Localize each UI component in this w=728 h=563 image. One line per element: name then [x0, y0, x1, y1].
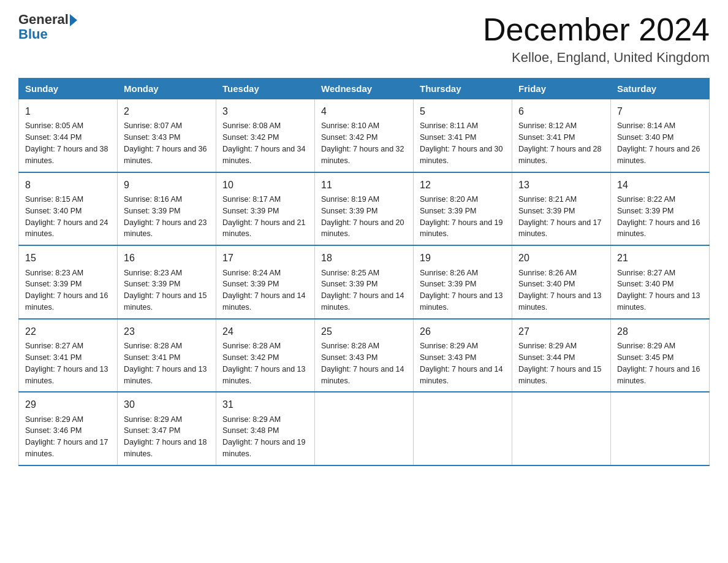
day-number: 3: [222, 104, 308, 118]
calendar-day-cell: 22Sunrise: 8:27 AMSunset: 3:41 PMDayligh…: [19, 319, 118, 393]
day-info: Sunrise: 8:08 AMSunset: 3:42 PMDaylight:…: [222, 121, 306, 165]
day-info: Sunrise: 8:21 AMSunset: 3:39 PMDaylight:…: [518, 195, 602, 239]
calendar-day-cell: 10Sunrise: 8:17 AMSunset: 3:39 PMDayligh…: [216, 172, 315, 246]
day-info: Sunrise: 8:10 AMSunset: 3:42 PMDaylight:…: [321, 121, 404, 165]
day-number: 29: [25, 397, 111, 412]
day-number: 25: [321, 324, 407, 339]
day-info: Sunrise: 8:14 AMSunset: 3:40 PMDaylight:…: [617, 121, 700, 165]
calendar-day-cell: 13Sunrise: 8:21 AMSunset: 3:39 PMDayligh…: [512, 172, 611, 246]
calendar-week-row: 1Sunrise: 8:05 AMSunset: 3:44 PMDaylight…: [19, 99, 710, 172]
day-number: 11: [321, 178, 407, 192]
calendar-day-cell: 7Sunrise: 8:14 AMSunset: 3:40 PMDaylight…: [611, 99, 710, 172]
day-info: Sunrise: 8:27 AMSunset: 3:40 PMDaylight:…: [617, 269, 700, 312]
calendar-day-cell: 9Sunrise: 8:16 AMSunset: 3:39 PMDaylight…: [118, 172, 216, 246]
calendar-day-cell: 2Sunrise: 8:07 AMSunset: 3:43 PMDaylight…: [118, 99, 216, 172]
day-info: Sunrise: 8:29 AMSunset: 3:47 PMDaylight:…: [124, 415, 207, 459]
calendar-day-cell: 30Sunrise: 8:29 AMSunset: 3:47 PMDayligh…: [118, 392, 216, 465]
calendar-day-cell: 27Sunrise: 8:29 AMSunset: 3:44 PMDayligh…: [512, 319, 611, 393]
logo-arrow-icon: [70, 14, 77, 26]
day-number: 31: [222, 397, 308, 412]
day-number: 10: [222, 178, 308, 192]
page-header: General Blue December 2024 Kelloe, Engla…: [18, 12, 710, 66]
day-info: Sunrise: 8:16 AMSunset: 3:39 PMDaylight:…: [124, 195, 207, 239]
day-info: Sunrise: 8:26 AMSunset: 3:40 PMDaylight:…: [518, 269, 602, 312]
calendar-day-cell: 18Sunrise: 8:25 AMSunset: 3:39 PMDayligh…: [315, 245, 414, 319]
day-info: Sunrise: 8:28 AMSunset: 3:43 PMDaylight:…: [321, 342, 404, 385]
calendar-day-cell: 14Sunrise: 8:22 AMSunset: 3:39 PMDayligh…: [611, 172, 710, 246]
col-header-saturday: Saturday: [611, 79, 710, 99]
calendar-day-cell: 19Sunrise: 8:26 AMSunset: 3:39 PMDayligh…: [414, 245, 512, 319]
calendar-day-cell: [414, 392, 512, 465]
calendar-day-cell: 1Sunrise: 8:05 AMSunset: 3:44 PMDaylight…: [19, 99, 118, 172]
calendar-day-cell: 28Sunrise: 8:29 AMSunset: 3:45 PMDayligh…: [611, 319, 710, 393]
calendar-day-cell: [611, 392, 710, 465]
calendar-header-row: SundayMondayTuesdayWednesdayThursdayFrid…: [19, 79, 710, 99]
calendar-day-cell: 11Sunrise: 8:19 AMSunset: 3:39 PMDayligh…: [315, 172, 414, 246]
day-info: Sunrise: 8:28 AMSunset: 3:42 PMDaylight:…: [222, 342, 306, 385]
calendar-day-cell: 21Sunrise: 8:27 AMSunset: 3:40 PMDayligh…: [611, 245, 710, 319]
day-info: Sunrise: 8:29 AMSunset: 3:46 PMDaylight:…: [25, 415, 108, 459]
day-info: Sunrise: 8:19 AMSunset: 3:39 PMDaylight:…: [321, 195, 404, 239]
day-number: 24: [222, 324, 308, 339]
day-number: 8: [25, 178, 111, 192]
calendar-week-row: 15Sunrise: 8:23 AMSunset: 3:39 PMDayligh…: [19, 245, 710, 319]
col-header-friday: Friday: [512, 79, 611, 99]
title-section: December 2024 Kelloe, England, United Ki…: [483, 12, 710, 66]
day-info: Sunrise: 8:12 AMSunset: 3:41 PMDaylight:…: [518, 121, 602, 165]
calendar-day-cell: 6Sunrise: 8:12 AMSunset: 3:41 PMDaylight…: [512, 99, 611, 172]
day-info: Sunrise: 8:29 AMSunset: 3:44 PMDaylight:…: [518, 342, 602, 385]
day-info: Sunrise: 8:11 AMSunset: 3:41 PMDaylight:…: [420, 121, 503, 165]
calendar-day-cell: 20Sunrise: 8:26 AMSunset: 3:40 PMDayligh…: [512, 245, 611, 319]
calendar-day-cell: 26Sunrise: 8:29 AMSunset: 3:43 PMDayligh…: [414, 319, 512, 393]
calendar-day-cell: 15Sunrise: 8:23 AMSunset: 3:39 PMDayligh…: [19, 245, 118, 319]
day-number: 20: [518, 251, 604, 265]
calendar-week-row: 8Sunrise: 8:15 AMSunset: 3:40 PMDaylight…: [19, 172, 710, 246]
calendar-day-cell: 25Sunrise: 8:28 AMSunset: 3:43 PMDayligh…: [315, 319, 414, 393]
day-number: 23: [124, 324, 210, 339]
calendar-day-cell: [315, 392, 414, 465]
day-info: Sunrise: 8:23 AMSunset: 3:39 PMDaylight:…: [25, 269, 108, 312]
col-header-monday: Monday: [118, 79, 216, 99]
day-info: Sunrise: 8:25 AMSunset: 3:39 PMDaylight:…: [321, 269, 404, 312]
logo-general: General: [18, 12, 69, 27]
calendar-day-cell: 3Sunrise: 8:08 AMSunset: 3:42 PMDaylight…: [216, 99, 315, 172]
day-number: 2: [124, 104, 210, 118]
col-header-wednesday: Wednesday: [315, 79, 414, 99]
calendar-day-cell: 23Sunrise: 8:28 AMSunset: 3:41 PMDayligh…: [118, 319, 216, 393]
logo: General Blue: [18, 12, 77, 42]
col-header-sunday: Sunday: [19, 79, 118, 99]
day-info: Sunrise: 8:29 AMSunset: 3:48 PMDaylight:…: [222, 415, 306, 459]
day-number: 6: [518, 104, 604, 118]
day-info: Sunrise: 8:22 AMSunset: 3:39 PMDaylight:…: [617, 195, 700, 239]
day-number: 21: [617, 251, 703, 265]
day-number: 15: [25, 251, 111, 265]
day-info: Sunrise: 8:28 AMSunset: 3:41 PMDaylight:…: [124, 342, 207, 385]
calendar-day-cell: 12Sunrise: 8:20 AMSunset: 3:39 PMDayligh…: [414, 172, 512, 246]
day-number: 9: [124, 178, 210, 192]
day-number: 1: [25, 104, 111, 118]
col-header-tuesday: Tuesday: [216, 79, 315, 99]
day-number: 12: [420, 178, 506, 192]
day-info: Sunrise: 8:24 AMSunset: 3:39 PMDaylight:…: [222, 269, 306, 312]
day-number: 22: [25, 324, 111, 339]
logo-blue-text: Blue: [18, 26, 48, 42]
day-number: 7: [617, 104, 703, 118]
day-info: Sunrise: 8:29 AMSunset: 3:43 PMDaylight:…: [420, 342, 503, 385]
calendar-table: SundayMondayTuesdayWednesdayThursdayFrid…: [18, 78, 710, 466]
day-number: 28: [617, 324, 703, 339]
day-number: 5: [420, 104, 506, 118]
day-info: Sunrise: 8:20 AMSunset: 3:39 PMDaylight:…: [420, 195, 503, 239]
day-info: Sunrise: 8:27 AMSunset: 3:41 PMDaylight:…: [25, 342, 108, 385]
calendar-day-cell: 31Sunrise: 8:29 AMSunset: 3:48 PMDayligh…: [216, 392, 315, 465]
day-info: Sunrise: 8:29 AMSunset: 3:45 PMDaylight:…: [617, 342, 700, 385]
day-number: 27: [518, 324, 604, 339]
calendar-day-cell: 4Sunrise: 8:10 AMSunset: 3:42 PMDaylight…: [315, 99, 414, 172]
day-number: 16: [124, 251, 210, 265]
day-number: 30: [124, 397, 210, 412]
day-info: Sunrise: 8:15 AMSunset: 3:40 PMDaylight:…: [25, 195, 108, 239]
day-info: Sunrise: 8:05 AMSunset: 3:44 PMDaylight:…: [25, 121, 108, 165]
day-info: Sunrise: 8:26 AMSunset: 3:39 PMDaylight:…: [420, 269, 503, 312]
day-info: Sunrise: 8:07 AMSunset: 3:43 PMDaylight:…: [124, 121, 207, 165]
calendar-day-cell: 5Sunrise: 8:11 AMSunset: 3:41 PMDaylight…: [414, 99, 512, 172]
calendar-week-row: 29Sunrise: 8:29 AMSunset: 3:46 PMDayligh…: [19, 392, 710, 465]
